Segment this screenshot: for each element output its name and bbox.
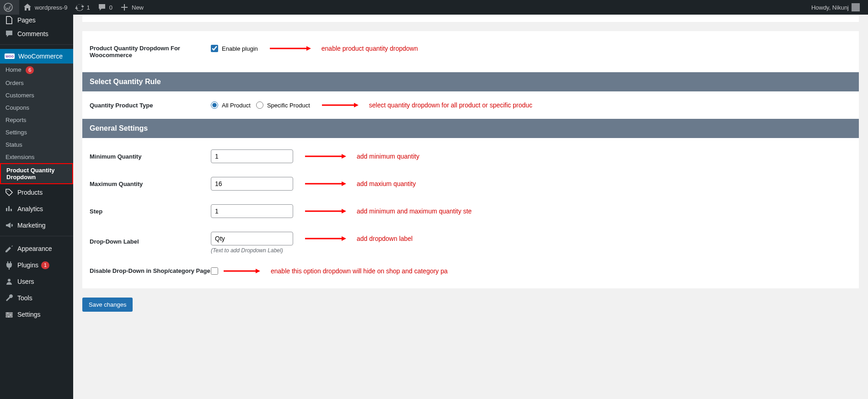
users-label: Users xyxy=(17,278,34,285)
submenu-coupons-label: Coupons xyxy=(5,104,29,111)
disable-dd-row: Disable Drop-Down in Shop/category Page … xyxy=(82,261,859,288)
appearance-label: Appearance xyxy=(17,245,52,252)
dd-label-input[interactable] xyxy=(211,232,293,245)
submenu-home-label: Home xyxy=(5,66,21,73)
min-qty-row: Minimum Quantity add minimum quantity xyxy=(82,138,859,170)
form-panel: Product Quantity Dropdown For Woocommerc… xyxy=(82,31,859,288)
plugins-label: Plugins xyxy=(17,261,38,269)
sidebar-item-marketing[interactable]: Marketing xyxy=(0,217,73,234)
sidebar-item-tools[interactable]: Tools xyxy=(0,290,73,306)
updates-item[interactable]: 1 xyxy=(71,0,94,15)
sidebar-item-comments[interactable]: Comments xyxy=(0,26,73,42)
enable-plugin-field: Enable plugin enable product quantity dr… xyxy=(211,45,418,52)
qpt-specific-radio[interactable] xyxy=(256,101,263,109)
qpt-label: Quantity Product Type xyxy=(90,102,211,109)
max-qty-label: Maximum Quantity xyxy=(90,181,211,187)
submenu-orders-label: Orders xyxy=(5,80,24,86)
submenu-customers[interactable]: Customers xyxy=(0,89,73,101)
svg-point-2 xyxy=(8,279,11,282)
sidebar-item-plugins[interactable]: Plugins 1 xyxy=(0,257,73,273)
enable-annotation: enable product quantity dropdown xyxy=(321,45,418,52)
sidebar-item-appearance[interactable]: Appearance xyxy=(0,240,73,257)
submenu-coupons[interactable]: Coupons xyxy=(0,101,73,114)
submenu-orders[interactable]: Orders xyxy=(0,77,73,89)
sidebar-item-products[interactable]: Products xyxy=(0,184,73,201)
analytics-icon xyxy=(5,204,14,213)
disable-dd-checkbox[interactable] xyxy=(211,267,218,275)
submenu-status[interactable]: Status xyxy=(0,138,73,151)
submenu-product-quantity-dropdown[interactable]: Product Quantity Dropdown xyxy=(0,163,73,184)
step-input[interactable] xyxy=(211,204,293,218)
svg-point-1 xyxy=(7,191,8,192)
woocommerce-label: WooCommerce xyxy=(18,53,63,60)
svg-marker-17 xyxy=(342,236,346,241)
comments-count: 0 xyxy=(109,4,113,11)
dd-label-description: (Text to add Dropdown Label) xyxy=(211,247,413,254)
new-item[interactable]: New xyxy=(116,0,147,15)
disable-annotation: enable this option dropdown will hide on… xyxy=(271,267,448,275)
products-label: Products xyxy=(17,189,43,196)
new-label: New xyxy=(132,4,144,11)
submenu-reports-label: Reports xyxy=(5,117,27,123)
submenu-reports[interactable]: Reports xyxy=(0,114,73,126)
wp-logo[interactable] xyxy=(0,0,19,15)
site-name-item[interactable]: wordpress-9 xyxy=(19,0,71,15)
quantity-product-type-row: Quantity Product Type All Product Specif… xyxy=(82,91,859,119)
comments-item[interactable]: 0 xyxy=(94,0,116,15)
arrow-icon xyxy=(305,181,346,186)
sidebar-item-users[interactable]: Users xyxy=(0,273,73,290)
users-icon xyxy=(5,277,14,286)
max-qty-input[interactable] xyxy=(211,177,293,191)
sidebar-item-settings[interactable]: Settings xyxy=(0,306,73,323)
settings-icon xyxy=(5,310,14,319)
sidebar-spacer xyxy=(0,44,73,49)
updates-count: 1 xyxy=(87,4,90,11)
howdy-text: Howdy, Nikunj xyxy=(811,4,849,11)
marketing-icon xyxy=(5,221,14,230)
enable-plugin-checkbox-label: Enable plugin xyxy=(222,45,258,52)
dd-label-field: add dropdown label (Text to add Dropdown… xyxy=(211,232,413,254)
qpt-all-radio[interactable] xyxy=(211,101,218,109)
submenu-settings[interactable]: Settings xyxy=(0,126,73,138)
appearance-icon xyxy=(5,244,14,253)
main-content: Product Quantity Dropdown For Woocommerc… xyxy=(73,0,868,312)
admin-bar-left: wordpress-9 1 0 New xyxy=(0,0,147,15)
sidebar-item-analytics[interactable]: Analytics xyxy=(0,201,73,217)
howdy-item[interactable]: Howdy, Nikunj xyxy=(808,0,863,15)
arrow-icon xyxy=(322,102,359,108)
step-label: Step xyxy=(90,208,211,215)
top-blank-panel xyxy=(82,15,859,22)
step-field: add minimum and maximum quantity ste xyxy=(211,204,472,218)
submenu-extensions[interactable]: Extensions xyxy=(0,151,73,163)
arrow-icon xyxy=(270,46,311,51)
woocommerce-submenu: Home 6 Orders Customers Coupons Reports … xyxy=(0,64,73,184)
admin-bar: wordpress-9 1 0 New Howdy, Nikunj xyxy=(0,0,868,15)
submenu-home[interactable]: Home 6 xyxy=(0,64,73,77)
svg-marker-7 xyxy=(306,46,311,51)
analytics-label: Analytics xyxy=(17,205,43,213)
disable-dd-field: enable this option dropdown will hide on… xyxy=(211,267,448,275)
svg-marker-19 xyxy=(256,269,260,273)
tools-icon xyxy=(5,293,14,303)
min-qty-label: Minimum Quantity xyxy=(90,153,211,160)
min-qty-input[interactable] xyxy=(211,149,293,163)
enable-plugin-label: Product Quantity Dropdown For Woocommerc… xyxy=(90,45,211,59)
sidebar: Pages Comments woo WooCommerce Home 6 Or… xyxy=(0,15,73,399)
section-quantity-rule: Select Quantity Rule xyxy=(82,72,859,91)
sidebar-item-pages[interactable]: Pages xyxy=(0,15,73,26)
section-general: General Settings xyxy=(82,119,859,138)
arrow-icon xyxy=(305,236,346,241)
plus-icon xyxy=(120,3,129,12)
max-qty-row: Maximum Quantity add maxium quantity xyxy=(82,170,859,197)
plugins-badge: 1 xyxy=(41,261,49,269)
enable-plugin-checkbox[interactable] xyxy=(211,45,218,52)
sidebar-item-woocommerce[interactable]: woo WooCommerce xyxy=(0,49,73,64)
min-annotation: add minimum quantity xyxy=(357,153,419,160)
products-icon xyxy=(5,188,14,197)
pages-label: Pages xyxy=(17,16,36,24)
qpt-field: All Product Specific Product select quan… xyxy=(211,101,532,109)
save-button[interactable]: Save changes xyxy=(82,298,133,312)
svg-marker-11 xyxy=(342,154,346,159)
home-badge: 6 xyxy=(26,66,34,74)
qpt-annotation: select quantity dropdown for all product… xyxy=(369,101,532,109)
